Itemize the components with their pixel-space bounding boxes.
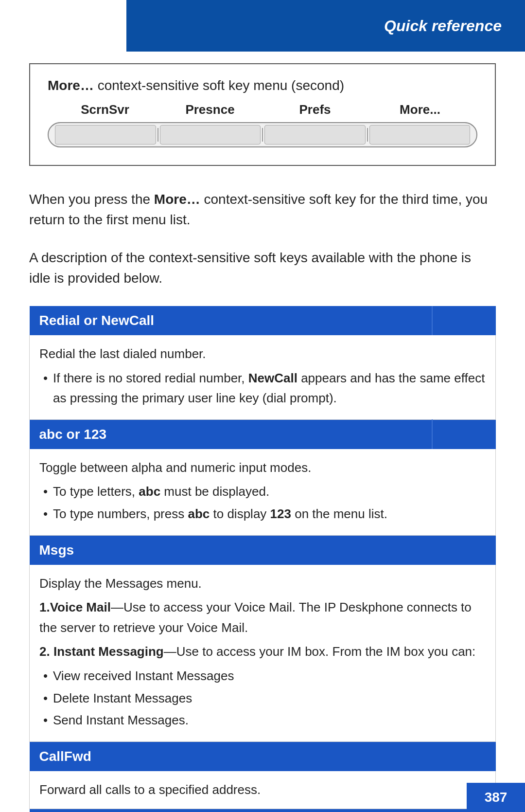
softkey-labels: ScrnSvr Presnce Prefs More... [48, 102, 477, 117]
softkey-btn-2[interactable] [160, 125, 261, 144]
abc-header-right [432, 419, 496, 449]
softkey-divider-1 [158, 128, 158, 142]
abc-bullet-1: To type letters, abc must be displayed. [39, 482, 486, 502]
main-content: More… context-sensitive soft key menu (s… [29, 63, 496, 783]
redial-bullets: If there is no stored redial number, New… [39, 368, 486, 409]
section-abc-body: Toggle between alpha and numeric input m… [30, 449, 496, 535]
softkey-divider-3 [367, 128, 368, 142]
callfwd-header: CallFwd [30, 741, 496, 771]
msgs-bullet-3: Send Instant Messages. [39, 710, 486, 731]
softkey-button-row [48, 122, 477, 147]
msgs-bullets: View received Instant Messages Delete In… [39, 666, 486, 731]
header-bar: Quick reference [126, 0, 525, 52]
section-redial-body: Redial the last dialed number. If there … [30, 335, 496, 419]
abc-bullets: To type letters, abc must be displayed. … [39, 482, 486, 524]
softkey-divider-2 [262, 128, 263, 142]
paragraph-1: When you press the More… context-sensiti… [29, 189, 496, 230]
page-number: 387 [467, 783, 525, 812]
section-msgs-body: Display the Messages menu. 1.Voice Mail—… [30, 565, 496, 742]
softkey-btn-3[interactable] [264, 125, 366, 144]
section-dnd-header: DND [30, 809, 496, 812]
redial-bullet-1: If there is no stored redial number, New… [39, 368, 486, 409]
section-callfwd-body: Forward all calls to a specified address… [30, 771, 496, 809]
left-margin [0, 0, 126, 52]
softkey-btn-1[interactable] [55, 125, 156, 144]
redial-body: Redial the last dialed number. If there … [30, 335, 496, 419]
softkey-label-scrnsaver: ScrnSvr [52, 102, 158, 117]
section-msgs-header: Msgs [30, 535, 496, 565]
msgs-bullet-2: Delete Instant Messages [39, 688, 486, 709]
menu-box-title: More… context-sensitive soft key menu (s… [48, 78, 477, 93]
redial-header-left: Redial or NewCall [30, 306, 432, 335]
dnd-header: DND [30, 809, 496, 812]
section-abc-header: abc or 123 [30, 419, 496, 449]
callfwd-body: Forward all calls to a specified address… [30, 771, 496, 809]
msgs-bullet-1: View received Instant Messages [39, 666, 486, 686]
paragraph-2: A description of the context-sensitive s… [29, 248, 496, 289]
softkey-label-prefs: Prefs [262, 102, 368, 117]
redial-header-right [432, 306, 496, 335]
menu-box: More… context-sensitive soft key menu (s… [29, 63, 496, 166]
abc-header-left: abc or 123 [30, 419, 432, 449]
softkey-btn-4[interactable] [369, 125, 471, 144]
reference-table: Redial or NewCall Redial the last dialed… [29, 306, 496, 812]
section-callfwd-header: CallFwd [30, 741, 496, 771]
section-redial-header: Redial or NewCall [30, 306, 496, 335]
abc-bullet-2: To type numbers, press abc to display 12… [39, 504, 486, 524]
abc-body: Toggle between alpha and numeric input m… [30, 449, 496, 535]
softkey-label-presnce: Presnce [158, 102, 262, 117]
msgs-body: Display the Messages menu. 1.Voice Mail—… [30, 565, 496, 742]
softkey-label-more: More... [368, 102, 472, 117]
msgs-header: Msgs [30, 535, 496, 565]
page-title: Quick reference [384, 17, 502, 35]
